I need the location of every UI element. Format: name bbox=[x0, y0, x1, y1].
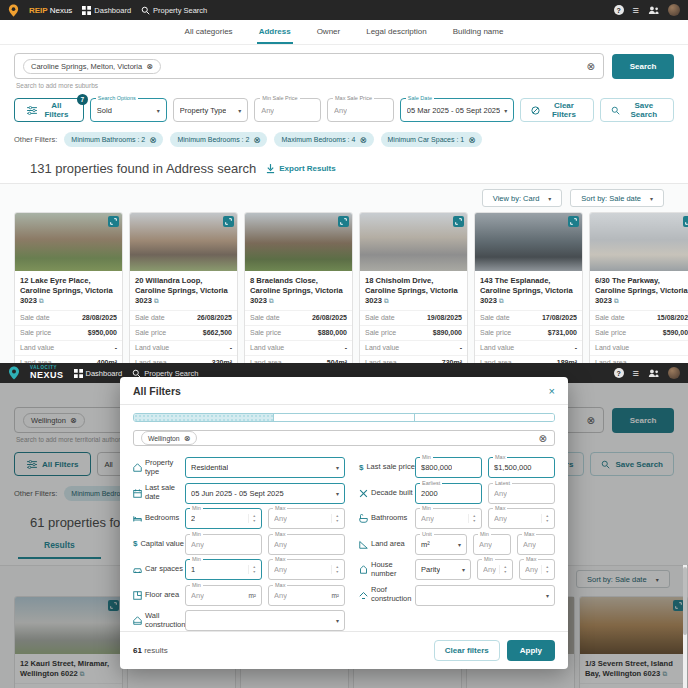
location-chip[interactable]: Wellington ⊗ bbox=[141, 431, 197, 445]
expand-icon[interactable] bbox=[683, 216, 688, 227]
stepper-arrows-icon[interactable]: ▲▼ bbox=[331, 565, 339, 574]
people-icon[interactable] bbox=[648, 368, 659, 378]
menu-icon[interactable]: ≡ bbox=[633, 368, 639, 379]
property-address[interactable]: 6/30 The Parkway, Caroline Springs, Vict… bbox=[590, 271, 688, 310]
tab-address[interactable]: Address bbox=[257, 27, 293, 44]
stepper-arrows-icon[interactable]: ▲▼ bbox=[248, 565, 256, 574]
tab-zones[interactable]: Zones bbox=[414, 414, 554, 422]
stepper-arrows-icon[interactable]: ▲▼ bbox=[541, 565, 549, 574]
last-sale-price-min-input[interactable]: Min $800,000 bbox=[415, 457, 482, 478]
expand-icon[interactable] bbox=[223, 216, 234, 227]
expand-icon[interactable] bbox=[453, 216, 464, 227]
land-area-min-input[interactable]: Min Any bbox=[473, 534, 511, 555]
remove-chip-icon[interactable]: ⊗ bbox=[184, 434, 191, 443]
apply-button[interactable]: Apply bbox=[507, 640, 555, 661]
roof-construction-select[interactable]: ▾ bbox=[415, 585, 555, 606]
help-icon[interactable]: ? bbox=[614, 5, 624, 15]
property-card[interactable]: 12 Lake Eyre Place, Caroline Springs, Vi… bbox=[14, 212, 123, 363]
floor-area-min-input[interactable]: Min Any m² bbox=[185, 585, 262, 606]
remove-suburb-icon[interactable]: ⊗ bbox=[146, 62, 153, 71]
property-type-select[interactable]: Property Type ▾ bbox=[173, 98, 248, 122]
bedrooms-max-stepper[interactable]: Max Any ▲▼ bbox=[268, 508, 345, 529]
external-link-icon[interactable]: ⧉ bbox=[384, 297, 389, 304]
filter-chip[interactable]: Minimum Bedrooms : 2 ⊗ bbox=[170, 132, 267, 147]
suburb-chip[interactable]: Caroline Springs, Melton, Victoria ⊗ bbox=[23, 59, 161, 74]
car-spaces-max-stepper[interactable]: Max Any ▲▼ bbox=[268, 559, 345, 580]
stepper-arrows-icon[interactable]: ▲▼ bbox=[541, 514, 549, 523]
property-card[interactable]: 143 The Esplanade, Caroline Springs, Vic… bbox=[474, 212, 583, 363]
all-filters-button[interactable]: All Filters 7 bbox=[14, 98, 84, 122]
last-sale-date-select[interactable]: 05 Jun 2025 - 05 Sept 2025 ▾ bbox=[185, 483, 345, 504]
export-results-button[interactable]: Export Results bbox=[266, 164, 335, 174]
user-avatar[interactable] bbox=[668, 4, 680, 16]
filter-chip[interactable]: Minimum Bathrooms : 2 ⊗ bbox=[64, 132, 163, 147]
stepper-arrows-icon[interactable]: ▲▼ bbox=[468, 514, 476, 523]
property-address[interactable]: 20 Willandra Loop, Caroline Springs, Vic… bbox=[130, 271, 237, 310]
search-button[interactable]: Search bbox=[612, 54, 674, 79]
help-icon[interactable]: ? bbox=[614, 368, 624, 378]
decade-built-latest-input[interactable]: Latest Any bbox=[488, 483, 555, 504]
land-area-unit-select[interactable]: Unit m² ▾ bbox=[415, 534, 467, 555]
external-link-icon[interactable]: ⧉ bbox=[614, 297, 619, 304]
bedrooms-min-stepper[interactable]: Min 2 ▲▼ bbox=[185, 508, 262, 529]
stepper-arrows-icon[interactable]: ▲▼ bbox=[248, 514, 256, 523]
property-address[interactable]: 18 Chisholm Drive, Caroline Springs, Vic… bbox=[360, 271, 467, 310]
stepper-arrows-icon[interactable]: ▲▼ bbox=[499, 565, 507, 574]
land-area-max-input[interactable]: Max Any bbox=[517, 534, 555, 555]
tab-radius[interactable]: Radius bbox=[273, 414, 413, 422]
user-avatar[interactable] bbox=[668, 367, 680, 379]
location-input[interactable]: Wellington ⊗ ⊗ bbox=[133, 430, 555, 446]
remove-chip-icon[interactable]: ⊗ bbox=[359, 135, 366, 145]
remove-chip-icon[interactable]: ⊗ bbox=[253, 135, 260, 145]
property-card[interactable]: 20 Willandra Loop, Caroline Springs, Vic… bbox=[129, 212, 238, 363]
expand-icon[interactable] bbox=[108, 216, 119, 227]
scrollbar-thumb[interactable] bbox=[683, 567, 687, 635]
decade-built-earliest-input[interactable]: Earliest 2000 bbox=[415, 483, 482, 504]
remove-chip-icon[interactable]: ⊗ bbox=[468, 135, 475, 145]
capital-value-max-input[interactable]: Max Any bbox=[268, 534, 345, 555]
expand-icon[interactable] bbox=[568, 216, 579, 227]
bathrooms-max-stepper[interactable]: Max Any ▲▼ bbox=[488, 508, 555, 529]
external-link-icon[interactable]: ⧉ bbox=[499, 297, 504, 304]
house-number-min-stepper[interactable]: Min Any ▲▼ bbox=[477, 559, 513, 580]
property-card[interactable]: 6/30 The Parkway, Caroline Springs, Vict… bbox=[589, 212, 688, 363]
nav-dashboard[interactable]: Dashboard bbox=[74, 369, 123, 378]
car-spaces-min-stepper[interactable]: Min 1 ▲▼ bbox=[185, 559, 262, 580]
vertical-scrollbar[interactable] bbox=[683, 565, 687, 688]
filter-chip[interactable]: Minimum Car Spaces : 1 ⊗ bbox=[381, 132, 483, 147]
suburb-search-input[interactable]: Caroline Springs, Melton, Victoria ⊗ ⊗ bbox=[14, 53, 604, 79]
property-type-select[interactable]: Residential ▾ bbox=[185, 457, 345, 478]
min-sale-price-input[interactable]: Min Sale Price Any bbox=[254, 98, 321, 122]
clear-filters-button[interactable]: Clear Filters bbox=[520, 98, 593, 122]
tab-owner[interactable]: Owner bbox=[315, 27, 343, 44]
last-sale-price-max-input[interactable]: Max $1,500,000 bbox=[488, 457, 555, 478]
max-sale-price-input[interactable]: Max Sale Price Any bbox=[327, 98, 394, 122]
expand-icon[interactable] bbox=[338, 216, 349, 227]
sale-date-select[interactable]: Sale Date 05 Mar 2025 - 05 Sept 2025 ▾ bbox=[400, 98, 514, 122]
external-link-icon[interactable]: ⧉ bbox=[154, 297, 159, 304]
property-card[interactable]: 8 Braelands Close, Caroline Springs, Vic… bbox=[244, 212, 353, 363]
stepper-arrows-icon[interactable]: ▲▼ bbox=[331, 514, 339, 523]
clear-location-icon[interactable]: ⊗ bbox=[539, 433, 547, 444]
tab-all-categories[interactable]: All categories bbox=[183, 27, 235, 44]
search-options-select[interactable]: Search Options Sold ▾ bbox=[90, 98, 167, 122]
nav-property-search[interactable]: Property Search bbox=[141, 6, 207, 15]
clear-search-icon[interactable]: ⊗ bbox=[587, 61, 595, 72]
save-search-button[interactable]: Save Search bbox=[600, 98, 674, 122]
capital-value-min-input[interactable]: Min Any bbox=[185, 534, 262, 555]
external-link-icon[interactable]: ⧉ bbox=[269, 297, 274, 304]
filter-chip[interactable]: Maximum Bedrooms : 4 ⊗ bbox=[274, 132, 373, 147]
bathrooms-min-stepper[interactable]: Min Any ▲▼ bbox=[415, 508, 482, 529]
property-address[interactable]: 143 The Esplanade, Caroline Springs, Vic… bbox=[475, 271, 582, 310]
clear-filters-button[interactable]: Clear filters bbox=[434, 640, 500, 661]
property-address[interactable]: 12 Lake Eyre Place, Caroline Springs, Vi… bbox=[15, 271, 122, 310]
remove-chip-icon[interactable]: ⊗ bbox=[149, 135, 156, 145]
nav-dashboard[interactable]: Dashboard bbox=[82, 6, 131, 15]
wall-construction-select[interactable]: ▾ bbox=[185, 610, 345, 631]
people-icon[interactable] bbox=[648, 5, 659, 15]
external-link-icon[interactable]: ⧉ bbox=[39, 297, 44, 304]
sort-by-button[interactable]: Sort by: Sale date ▾ bbox=[570, 189, 664, 207]
house-number-parity-select[interactable]: Parity ▾ bbox=[415, 559, 471, 580]
floor-area-max-input[interactable]: Max Any m² bbox=[268, 585, 345, 606]
tab-building-name[interactable]: Building name bbox=[451, 27, 506, 44]
